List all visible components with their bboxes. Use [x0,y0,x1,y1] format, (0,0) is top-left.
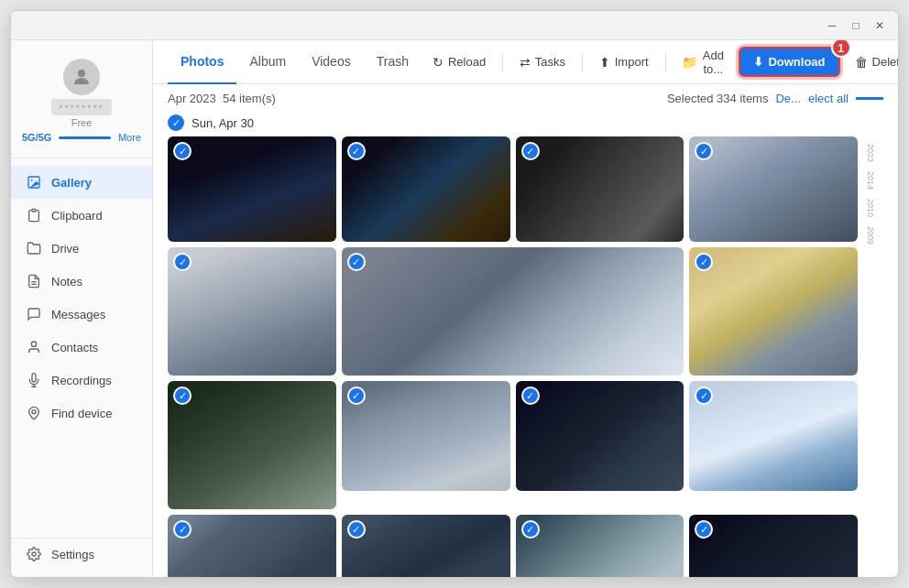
date-select-check[interactable]: ✓ [168,114,184,131]
photo-select-check[interactable]: ✓ [347,387,366,405]
sidebar-item-label-find-device: Find device [51,407,112,420]
sidebar-item-drive[interactable]: Drive [11,232,152,265]
add-to-button[interactable]: 📁 Add to... [671,43,735,82]
avatar [63,59,100,95]
sidebar-item-settings[interactable]: Settings [11,538,152,566]
sidebar-item-label-messages: Messages [51,308,105,321]
photo-item[interactable]: ✓ [516,381,684,491]
sidebar-item-label-clipboard: Clipboard [51,209,103,223]
folder-icon [26,240,42,256]
photo-grid-container: ✓ ✓ ✓ ✓ ✓ [153,136,898,577]
photo-item[interactable]: ✓ [689,136,858,242]
sidebar-item-gallery[interactable]: Gallery [11,166,152,199]
contacts-icon [26,339,42,355]
mic-icon [26,372,42,388]
import-button[interactable]: ⬆ Import [588,49,660,75]
photo-select-check[interactable]: ✓ [173,387,192,405]
photo-select-check[interactable]: ✓ [521,387,540,405]
content-area: Apr 2023 54 item(s) Selected 334 items D… [153,84,898,577]
photo-select-check[interactable]: ✓ [173,520,192,539]
close-button[interactable]: ✕ [869,15,891,37]
delete-button[interactable]: 🗑 Delete [844,49,898,75]
divider-1 [502,53,503,71]
sidebar-item-messages[interactable]: Messages [11,298,152,331]
message-icon [26,306,42,322]
photo-select-check[interactable]: ✓ [695,142,713,160]
svg-point-10 [32,552,36,556]
photo-item[interactable]: ✓ [168,247,336,376]
tasks-icon: ⇄ [520,55,531,70]
tasks-label: Tasks [535,55,565,69]
minimize-button[interactable]: ─ [821,15,843,37]
photo-select-check[interactable]: ✓ [521,142,540,160]
photo-item[interactable]: ✓ [516,136,684,242]
photo-item[interactable]: ✓ [689,515,858,577]
photo-item[interactable]: ✓ [689,247,858,376]
selected-count: Selected 334 items [667,92,769,105]
network-progress-bar [59,136,111,139]
sidebar-item-recordings[interactable]: Recordings [11,364,152,397]
toolbar-actions: ↻ Reload ⇄ Tasks ⬆ Import 📁 [422,43,898,82]
settings-icon [26,546,42,562]
delete-icon: 🗑 [855,55,868,70]
timeline-year-2023: 2023 [866,144,875,162]
period-label: Apr 2023 [168,92,216,105]
sidebar-item-label-notes: Notes [51,275,82,289]
network-label: 5G/5G [22,132,51,143]
item-count: 54 item(s) [223,92,276,105]
clipboard-icon [26,207,42,223]
notes-icon [26,273,42,289]
timeline-year-2010: 2010 [866,199,875,217]
tab-videos[interactable]: Videos [299,40,364,84]
download-icon: ⬇ [753,55,763,69]
photo-item[interactable]: ✓ [516,515,684,577]
photo-select-check[interactable]: ✓ [521,520,540,539]
photo-select-check[interactable]: ✓ [695,520,713,539]
profile-area: •••••••• Free 5G/5G More [11,51,152,158]
more-button[interactable]: More [118,132,141,143]
photo-item-wide[interactable]: ✓ [342,247,684,376]
sidebar: •••••••• Free 5G/5G More Gallery [11,40,153,577]
sidebar-item-contacts[interactable]: Contacts [11,331,152,364]
sidebar-item-label-drive: Drive [51,242,79,256]
photo-item[interactable]: ✓ [168,381,336,509]
sidebar-item-clipboard[interactable]: Clipboard [11,199,152,232]
svg-point-0 [78,70,85,77]
reload-button[interactable]: ↻ Reload [422,49,497,75]
network-bar-area: 5G/5G More [22,132,141,143]
photo-select-check[interactable]: ✓ [347,253,366,271]
sidebar-item-notes[interactable]: Notes [11,265,152,298]
photo-item[interactable]: ✓ [168,136,336,242]
photo-select-check[interactable]: ✓ [695,253,713,271]
location-icon [26,405,42,421]
svg-point-2 [31,180,33,181]
photo-select-check[interactable]: ✓ [173,253,192,271]
photo-select-check[interactable]: ✓ [695,387,713,405]
select-all-link[interactable]: elect all [808,92,849,105]
import-icon: ⬆ [599,55,610,70]
download-button[interactable]: ⬇ Download [739,47,839,77]
sidebar-item-label-settings: Settings [51,548,94,561]
photo-item[interactable]: ✓ [342,381,510,491]
sidebar-item-label-recordings: Recordings [51,374,112,387]
tasks-button[interactable]: ⇄ Tasks [509,49,576,75]
maximize-button[interactable]: □ [845,15,867,37]
photo-item[interactable]: ✓ [689,381,858,491]
selection-info: Selected 334 items De... elect all [667,92,883,105]
photo-item[interactable]: ✓ [342,136,510,242]
svg-point-9 [32,410,36,414]
image-icon [26,174,42,191]
photo-select-check[interactable]: ✓ [347,520,366,539]
date-group-header: ✓ Sun, Apr 30 [153,109,898,136]
photo-select-check[interactable]: ✓ [173,142,192,160]
deselect-link[interactable]: De... [775,92,800,105]
tab-photos[interactable]: Photos [168,40,236,84]
photo-item[interactable]: ✓ [342,515,510,577]
tab-trash[interactable]: Trash [364,40,422,84]
divider-3 [665,53,666,71]
titlebar: ─ □ ✕ [11,11,898,40]
sidebar-item-find-device[interactable]: Find device [11,397,152,430]
photo-item[interactable]: ✓ [168,515,336,577]
tab-album[interactable]: Album [236,40,299,84]
photo-select-check[interactable]: ✓ [347,142,366,160]
